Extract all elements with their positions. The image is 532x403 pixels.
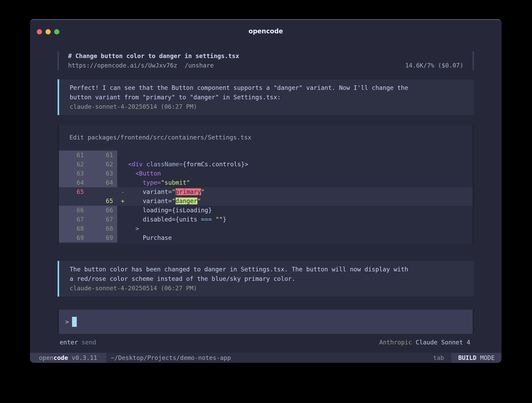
new-line-number: 62	[88, 160, 117, 169]
new-line-number: 66	[88, 206, 117, 215]
hint-row: entersend AnthropicClaude Sonnet 4	[58, 338, 474, 347]
line-number-gutter: 6262	[59, 160, 117, 169]
token-cost-stats: 14.6K/7% ($0.07)	[405, 61, 463, 70]
code-line: - variant="primary"	[117, 187, 204, 197]
code-line: disabled={units === ""}	[117, 215, 226, 224]
old-line-number: 67	[59, 215, 88, 224]
new-line-number: 63	[88, 169, 117, 178]
line-number-gutter: 6969	[59, 233, 117, 242]
code-line: >	[117, 224, 139, 233]
line-number-gutter: 65	[59, 197, 117, 206]
diff-row: 6767 disabled={units === ""}	[59, 215, 473, 224]
session-title: # Change button color to danger in setti…	[68, 51, 463, 61]
old-line-number: 65	[59, 187, 88, 197]
edit-tool-header: Edit packages/frontend/src/containers/Se…	[59, 133, 473, 142]
working-directory: ~/Desktop/Projects/demo-notes-app	[111, 354, 231, 361]
diff-row: 6161	[59, 151, 473, 160]
message-model-timestamp: claude-sonnet-4-20250514 (06:27 PM)	[70, 102, 463, 111]
diff-row: 65 - variant="primary"	[59, 187, 473, 197]
diff-view: 61616262 <div className={formCs.controls…	[59, 151, 473, 242]
build-mode-chip[interactable]: BUILDMODE	[451, 353, 502, 363]
new-line-number	[88, 187, 117, 197]
window-titlebar: opencode	[30, 20, 502, 43]
diff-row: 6464 type="submit"	[59, 178, 473, 187]
new-line-number: 68	[88, 224, 117, 233]
diff-row: 6363 <Button	[59, 169, 473, 178]
code-line: loading={isLoading}	[117, 206, 212, 215]
opencode-window: opencode # Change button color to danger…	[30, 19, 502, 363]
new-line-number: 64	[88, 178, 117, 187]
message-text-line: button variant from "primary" to "danger…	[70, 92, 463, 102]
line-number-gutter: 6767	[59, 215, 117, 224]
diff-row: 6969 Purchase	[59, 233, 473, 242]
line-number-gutter: 6868	[59, 224, 117, 233]
app-version: v0.3.11	[72, 354, 97, 361]
window-title: opencode	[30, 28, 502, 35]
code-line: type="submit"	[117, 178, 190, 187]
old-line-number: 61	[59, 151, 88, 160]
code-line: Purchase	[117, 233, 172, 242]
tab-key-hint: tab	[433, 354, 444, 361]
message-model-timestamp: claude-sonnet-4-20250514 (06:27 PM)	[70, 283, 463, 293]
line-number-gutter: 6666	[59, 206, 117, 215]
send-action-hint: send	[81, 339, 96, 346]
code-line: + variant="danger"	[117, 197, 201, 206]
mode-name: BUILD	[458, 354, 476, 361]
send-hint: entersend	[60, 338, 96, 347]
text-cursor	[72, 317, 77, 327]
assistant-message: Perfect! I can see that the Button compo…	[58, 79, 474, 115]
assistant-message: The button color has been changed to dan…	[58, 261, 474, 297]
old-line-number: 68	[59, 224, 88, 233]
share-url-group: https://opencode.ai/s/UwJxv76z/unshare	[68, 61, 214, 70]
unshare-command[interactable]: /unshare	[185, 62, 214, 69]
new-line-number: 67	[88, 215, 117, 224]
session-header: # Change button color to danger in setti…	[58, 51, 474, 70]
app-name-open: open	[39, 354, 53, 361]
app-name-code: code	[53, 354, 68, 361]
old-line-number: 64	[59, 178, 88, 187]
line-number-gutter: 6161	[59, 151, 117, 160]
message-text-line: Perfect! I can see that the Button compo…	[70, 83, 463, 92]
old-line-number: 63	[59, 169, 88, 178]
new-line-number: 65	[88, 197, 117, 206]
enter-key-hint: enter	[60, 339, 78, 346]
diff-row: 65 + variant="danger"	[59, 197, 473, 206]
share-url[interactable]: https://opencode.ai/s/UwJxv76z	[68, 62, 177, 69]
old-line-number: 66	[59, 206, 88, 215]
model-name: Claude Sonnet 4	[416, 339, 470, 346]
new-line-number: 69	[88, 233, 117, 242]
diff-row: 6262 <div className={formCs.controls}>	[59, 160, 473, 169]
line-number-gutter: 65	[59, 187, 117, 197]
diff-row: 6666 loading={isLoading}	[59, 206, 473, 215]
edit-tool-card: Edit packages/frontend/src/containers/Se…	[58, 125, 474, 245]
new-line-number: 61	[88, 151, 117, 160]
provider-name: Anthropic	[379, 339, 412, 346]
code-line: <Button	[117, 169, 161, 178]
prompt-symbol: >	[65, 318, 69, 325]
old-line-number	[59, 197, 88, 206]
old-line-number: 62	[59, 160, 88, 169]
old-line-number: 69	[59, 233, 88, 242]
diff-row: 6868 >	[59, 224, 473, 233]
line-number-gutter: 6363	[59, 169, 117, 178]
code-line: <div className={formCs.controls}>	[117, 160, 248, 169]
model-indicator: AnthropicClaude Sonnet 4	[379, 338, 470, 347]
message-text-line: a red/rose color scheme instead of the b…	[70, 274, 463, 283]
app-version-chip: opencodev0.3.11	[30, 353, 106, 363]
line-number-gutter: 6464	[59, 178, 117, 187]
message-text-line: The button color has been changed to dan…	[70, 265, 463, 274]
status-bar: opencodev0.3.11 ~/Desktop/Projects/demo-…	[30, 353, 502, 363]
mode-label: MODE	[480, 354, 495, 361]
prompt-input[interactable]: >	[58, 310, 474, 334]
